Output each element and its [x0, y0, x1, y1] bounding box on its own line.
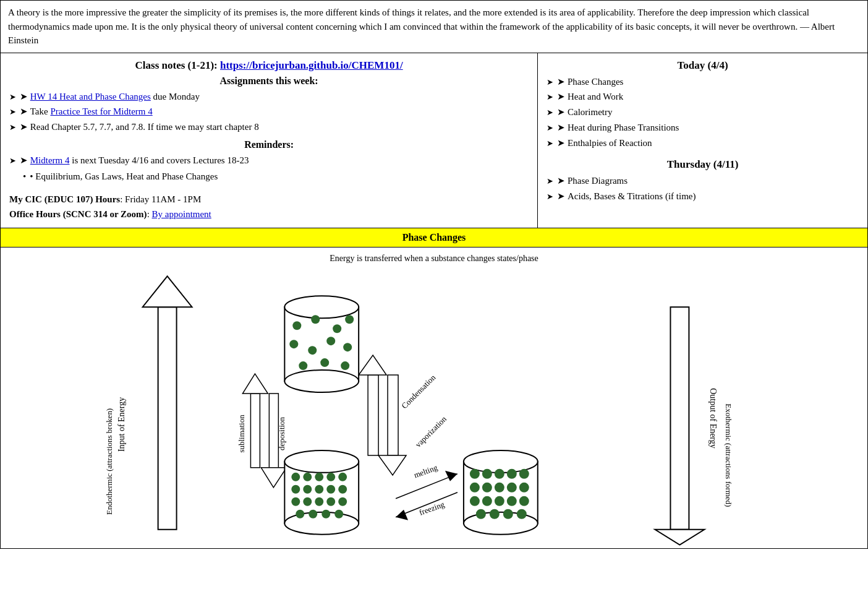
info-right: Today (4/4) ➤ Phase Changes ➤ Heat and W… [538, 53, 867, 228]
svg-point-33 [291, 497, 300, 506]
svg-point-6 [311, 315, 320, 324]
left-label-top: Input of Energy [117, 397, 126, 452]
svg-line-68 [396, 474, 457, 499]
svg-marker-1 [143, 277, 192, 308]
svg-point-5 [292, 321, 301, 330]
today-item-2: ➤ Heat and Work [547, 90, 859, 104]
assignment-item-3: ➤ Read Chapter 5.7, 7.7, and 7.8. If tim… [9, 121, 529, 134]
cic-hours: My CIC (EDUC 107) Hours: Friday 11AM - 1… [9, 192, 529, 207]
quote-section: A theory is the more impressive the grea… [0, 0, 868, 53]
svg-marker-42 [368, 375, 378, 455]
svg-point-34 [303, 497, 312, 506]
svg-point-11 [326, 337, 335, 345]
phase-diagram-svg: Input of Energy Endothermic (attractions… [1, 270, 867, 548]
office-hours: Office Hours (SCNC 314 or Zoom): By appo… [9, 207, 529, 222]
svg-point-65 [490, 509, 500, 519]
svg-point-55 [482, 483, 492, 493]
svg-point-31 [326, 485, 335, 494]
today-item-1: ➤ Phase Changes [547, 75, 859, 89]
svg-point-50 [482, 469, 492, 479]
condensation-label: Condensation [399, 372, 437, 410]
svg-marker-73 [655, 530, 704, 545]
svg-point-64 [476, 509, 486, 519]
svg-marker-19 [261, 468, 286, 488]
today-title: Today (4/4) [547, 59, 859, 72]
freezing-label: freezing [418, 499, 446, 517]
svg-point-21 [284, 450, 359, 473]
svg-point-40 [321, 510, 330, 519]
thursday-item-1: ➤ Phase Diagrams [547, 174, 859, 188]
right-label-top: Output of Energy [708, 388, 718, 449]
svg-marker-17 [242, 374, 268, 394]
right-label-bottom: Exothermic (attractions formed) [724, 404, 733, 507]
svg-point-59 [470, 496, 480, 506]
svg-point-67 [517, 509, 527, 519]
svg-point-27 [338, 473, 347, 481]
vaporization-arrows [359, 355, 406, 475]
practice-test-link[interactable]: Practice Test for Midterm 4 [50, 106, 152, 116]
today-item-5: ➤ Enthalpies of Reaction [547, 137, 859, 150]
sublimation-label: sublimation [237, 415, 246, 453]
gas-cylinder [284, 296, 359, 393]
svg-point-10 [308, 346, 317, 355]
svg-point-54 [470, 483, 480, 493]
info-section: Class notes (1-21): https://bricejurban.… [0, 53, 868, 229]
reminders-block: Reminders: ➤ Midterm 4 is next Tuesday 4… [9, 139, 529, 184]
left-label-bottom: Endothermic (attractions broken) [104, 408, 114, 515]
class-notes-heading: Class notes (1-21): https://bricejurban.… [9, 59, 529, 72]
today-list: ➤ Phase Changes ➤ Heat and Work ➤ Calori… [547, 75, 859, 150]
today-item-3: ➤ Calorimetry [547, 106, 859, 119]
svg-point-14 [320, 358, 329, 367]
svg-point-3 [284, 296, 359, 319]
reminders-title: Reminders: [9, 139, 529, 150]
svg-point-35 [315, 497, 323, 506]
svg-point-30 [315, 485, 323, 494]
diagram-caption: Energy is transferred when a substance c… [1, 254, 867, 264]
hw14-link[interactable]: HW 14 Heat and Phase Changes [30, 92, 151, 101]
svg-marker-44 [388, 375, 398, 455]
svg-point-62 [507, 496, 517, 506]
svg-point-15 [341, 361, 349, 370]
svg-point-60 [482, 496, 492, 506]
appointment-link[interactable]: By appointment [152, 209, 211, 219]
assignment-item-1: ➤ HW 14 Heat and Phase Changes due Monda… [9, 90, 529, 104]
svg-point-63 [519, 496, 529, 506]
svg-point-8 [345, 315, 354, 324]
svg-point-9 [289, 340, 298, 348]
svg-point-12 [343, 343, 352, 351]
svg-point-61 [495, 496, 504, 506]
svg-point-29 [303, 485, 312, 494]
phase-banner: Phase Changes [0, 228, 868, 248]
svg-point-32 [338, 485, 347, 494]
svg-marker-72 [670, 307, 689, 529]
svg-point-49 [470, 469, 480, 479]
svg-marker-45 [378, 455, 406, 475]
class-notes-link[interactable]: https://bricejurban.github.io/CHEM101/ [220, 59, 403, 71]
svg-point-66 [503, 509, 513, 519]
info-left: Class notes (1-21): https://bricejurban.… [1, 53, 538, 228]
svg-marker-16 [250, 394, 260, 468]
sub-bullet-list: • Equilibrium, Gas Laws, Heat and Phase … [9, 170, 529, 184]
deposition-label: deposition [277, 417, 286, 451]
svg-point-24 [303, 473, 312, 481]
quote-text: A theory is the more impressive the grea… [8, 7, 835, 45]
solid-cylinder [464, 450, 538, 535]
svg-marker-43 [359, 355, 386, 375]
svg-point-36 [326, 497, 335, 506]
thursday-item-2: ➤ Acids, Bases & Titrations (if time) [547, 190, 859, 204]
svg-point-39 [308, 510, 317, 519]
svg-point-7 [333, 324, 341, 333]
svg-marker-71 [396, 510, 408, 520]
svg-point-26 [326, 473, 335, 481]
right-arrow-group [655, 307, 704, 544]
assignments-list: ➤ HW 14 Heat and Phase Changes due Monda… [9, 90, 529, 134]
sub-bullet-item: • Equilibrium, Gas Laws, Heat and Phase … [23, 170, 529, 184]
assignments-title: Assignments this week: [9, 75, 529, 87]
svg-point-56 [495, 483, 504, 493]
diagram-section: Energy is transferred when a substance c… [0, 248, 868, 549]
thursday-list: ➤ Phase Diagrams ➤ Acids, Bases & Titrat… [547, 174, 859, 204]
today-item-4: ➤ Heat during Phase Transitions [547, 121, 859, 135]
thursday-title: Thursday (4/11) [547, 158, 859, 171]
svg-point-38 [296, 510, 304, 519]
midterm4-link[interactable]: Midterm 4 [30, 155, 70, 165]
